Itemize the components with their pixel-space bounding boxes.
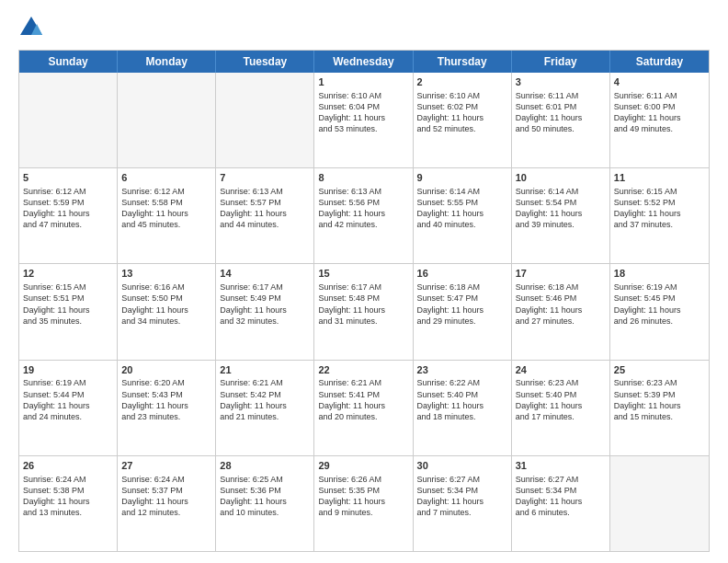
calendar-row-3: 12Sunrise: 6:15 AM Sunset: 5:51 PM Dayli…: [19, 264, 709, 360]
calendar-cell-16: 16Sunrise: 6:18 AM Sunset: 5:47 PM Dayli…: [414, 264, 512, 359]
cell-day-number: 12: [23, 267, 113, 281]
cell-info: Sunrise: 6:23 AM Sunset: 5:39 PM Dayligh…: [614, 377, 705, 422]
cell-day-number: 20: [121, 363, 211, 377]
cell-day-number: 8: [318, 171, 408, 185]
cell-info: Sunrise: 6:12 AM Sunset: 5:58 PM Dayligh…: [121, 186, 211, 231]
header-day-tuesday: Tuesday: [216, 51, 314, 73]
calendar-cell-2: 2Sunrise: 6:10 AM Sunset: 6:02 PM Daylig…: [414, 73, 512, 167]
header-day-sunday: Sunday: [19, 51, 118, 73]
cell-day-number: 13: [121, 267, 211, 281]
calendar-cell-7: 7Sunrise: 6:13 AM Sunset: 5:57 PM Daylig…: [216, 168, 314, 263]
cell-info: Sunrise: 6:13 AM Sunset: 5:57 PM Dayligh…: [220, 186, 310, 231]
calendar-header: SundayMondayTuesdayWednesdayThursdayFrid…: [19, 51, 709, 73]
cell-info: Sunrise: 6:22 AM Sunset: 5:40 PM Dayligh…: [417, 377, 507, 422]
cell-day-number: 27: [121, 459, 211, 473]
cell-info: Sunrise: 6:23 AM Sunset: 5:40 PM Dayligh…: [516, 377, 606, 422]
calendar-cell-11: 11Sunrise: 6:15 AM Sunset: 5:52 PM Dayli…: [610, 168, 709, 263]
cell-day-number: 21: [220, 363, 310, 377]
cell-day-number: 22: [318, 363, 408, 377]
calendar-cell-19: 19Sunrise: 6:19 AM Sunset: 5:44 PM Dayli…: [19, 361, 118, 455]
calendar: SundayMondayTuesdayWednesdayThursdayFrid…: [18, 50, 710, 552]
calendar-cell-9: 9Sunrise: 6:14 AM Sunset: 5:55 PM Daylig…: [414, 168, 512, 263]
cell-info: Sunrise: 6:27 AM Sunset: 5:34 PM Dayligh…: [417, 474, 507, 519]
calendar-cell-empty: [216, 73, 314, 167]
calendar-row-1: 1Sunrise: 6:10 AM Sunset: 6:04 PM Daylig…: [19, 73, 709, 168]
calendar-cell-10: 10Sunrise: 6:14 AM Sunset: 5:54 PM Dayli…: [512, 168, 610, 263]
cell-day-number: 6: [121, 171, 211, 185]
calendar-cell-empty: [19, 73, 118, 167]
cell-day-number: 25: [614, 363, 705, 377]
cell-day-number: 28: [220, 459, 310, 473]
cell-info: Sunrise: 6:18 AM Sunset: 5:47 PM Dayligh…: [417, 282, 507, 327]
calendar-cell-empty: [118, 73, 216, 167]
calendar-cell-26: 26Sunrise: 6:24 AM Sunset: 5:38 PM Dayli…: [19, 456, 118, 551]
calendar-cell-15: 15Sunrise: 6:17 AM Sunset: 5:48 PM Dayli…: [314, 264, 413, 359]
calendar-cell-1: 1Sunrise: 6:10 AM Sunset: 6:04 PM Daylig…: [314, 73, 413, 167]
calendar-cell-24: 24Sunrise: 6:23 AM Sunset: 5:40 PM Dayli…: [512, 361, 610, 455]
calendar-cell-31: 31Sunrise: 6:27 AM Sunset: 5:34 PM Dayli…: [512, 456, 610, 551]
cell-day-number: 4: [614, 75, 705, 89]
cell-day-number: 17: [516, 267, 606, 281]
calendar-cell-30: 30Sunrise: 6:27 AM Sunset: 5:34 PM Dayli…: [414, 456, 512, 551]
cell-day-number: 18: [614, 267, 705, 281]
cell-info: Sunrise: 6:26 AM Sunset: 5:35 PM Dayligh…: [318, 474, 408, 519]
cell-day-number: 2: [417, 75, 507, 89]
cell-info: Sunrise: 6:11 AM Sunset: 6:00 PM Dayligh…: [614, 90, 705, 135]
calendar-cell-25: 25Sunrise: 6:23 AM Sunset: 5:39 PM Dayli…: [610, 361, 709, 455]
cell-day-number: 11: [614, 171, 705, 185]
cell-day-number: 9: [417, 171, 507, 185]
header-day-saturday: Saturday: [610, 51, 709, 73]
header-day-thursday: Thursday: [414, 51, 512, 73]
cell-info: Sunrise: 6:17 AM Sunset: 5:48 PM Dayligh…: [318, 282, 408, 327]
cell-info: Sunrise: 6:19 AM Sunset: 5:44 PM Dayligh…: [23, 377, 113, 422]
cell-day-number: 5: [23, 171, 113, 185]
calendar-cell-18: 18Sunrise: 6:19 AM Sunset: 5:45 PM Dayli…: [610, 264, 709, 359]
calendar-cell-empty: [610, 456, 709, 551]
cell-info: Sunrise: 6:17 AM Sunset: 5:49 PM Dayligh…: [220, 282, 310, 327]
cell-info: Sunrise: 6:18 AM Sunset: 5:46 PM Dayligh…: [516, 282, 606, 327]
cell-day-number: 1: [318, 75, 408, 89]
calendar-cell-20: 20Sunrise: 6:20 AM Sunset: 5:43 PM Dayli…: [118, 361, 216, 455]
calendar-cell-4: 4Sunrise: 6:11 AM Sunset: 6:00 PM Daylig…: [610, 73, 709, 167]
page: SundayMondayTuesdayWednesdayThursdayFrid…: [0, 0, 728, 563]
calendar-cell-3: 3Sunrise: 6:11 AM Sunset: 6:01 PM Daylig…: [512, 73, 610, 167]
calendar-cell-17: 17Sunrise: 6:18 AM Sunset: 5:46 PM Dayli…: [512, 264, 610, 359]
cell-info: Sunrise: 6:16 AM Sunset: 5:50 PM Dayligh…: [121, 282, 211, 327]
logo: [18, 15, 48, 40]
calendar-row-2: 5Sunrise: 6:12 AM Sunset: 5:59 PM Daylig…: [19, 168, 709, 264]
cell-info: Sunrise: 6:21 AM Sunset: 5:42 PM Dayligh…: [220, 377, 310, 422]
cell-day-number: 3: [516, 75, 606, 89]
cell-info: Sunrise: 6:13 AM Sunset: 5:56 PM Dayligh…: [318, 186, 408, 231]
cell-info: Sunrise: 6:19 AM Sunset: 5:45 PM Dayligh…: [614, 282, 705, 327]
cell-info: Sunrise: 6:21 AM Sunset: 5:41 PM Dayligh…: [318, 377, 408, 422]
calendar-cell-14: 14Sunrise: 6:17 AM Sunset: 5:49 PM Dayli…: [216, 264, 314, 359]
header-day-friday: Friday: [512, 51, 610, 73]
cell-info: Sunrise: 6:14 AM Sunset: 5:54 PM Dayligh…: [516, 186, 606, 231]
header-day-monday: Monday: [118, 51, 216, 73]
cell-info: Sunrise: 6:10 AM Sunset: 6:04 PM Dayligh…: [318, 90, 408, 135]
cell-day-number: 24: [516, 363, 606, 377]
calendar-cell-23: 23Sunrise: 6:22 AM Sunset: 5:40 PM Dayli…: [414, 361, 512, 455]
header-day-wednesday: Wednesday: [314, 51, 413, 73]
cell-day-number: 26: [23, 459, 113, 473]
cell-info: Sunrise: 6:14 AM Sunset: 5:55 PM Dayligh…: [417, 186, 507, 231]
cell-day-number: 29: [318, 459, 408, 473]
cell-info: Sunrise: 6:15 AM Sunset: 5:52 PM Dayligh…: [614, 186, 705, 231]
cell-day-number: 14: [220, 267, 310, 281]
calendar-cell-28: 28Sunrise: 6:25 AM Sunset: 5:36 PM Dayli…: [216, 456, 314, 551]
cell-day-number: 10: [516, 171, 606, 185]
cell-day-number: 15: [318, 267, 408, 281]
cell-day-number: 31: [516, 459, 606, 473]
calendar-row-4: 19Sunrise: 6:19 AM Sunset: 5:44 PM Dayli…: [19, 361, 709, 456]
cell-day-number: 23: [417, 363, 507, 377]
cell-info: Sunrise: 6:27 AM Sunset: 5:34 PM Dayligh…: [516, 474, 606, 519]
cell-info: Sunrise: 6:11 AM Sunset: 6:01 PM Dayligh…: [516, 90, 606, 135]
calendar-cell-13: 13Sunrise: 6:16 AM Sunset: 5:50 PM Dayli…: [118, 264, 216, 359]
calendar-cell-12: 12Sunrise: 6:15 AM Sunset: 5:51 PM Dayli…: [19, 264, 118, 359]
cell-day-number: 7: [220, 171, 310, 185]
calendar-body: 1Sunrise: 6:10 AM Sunset: 6:04 PM Daylig…: [19, 73, 709, 551]
calendar-cell-6: 6Sunrise: 6:12 AM Sunset: 5:58 PM Daylig…: [118, 168, 216, 263]
calendar-cell-5: 5Sunrise: 6:12 AM Sunset: 5:59 PM Daylig…: [19, 168, 118, 263]
cell-day-number: 16: [417, 267, 507, 281]
cell-day-number: 19: [23, 363, 113, 377]
